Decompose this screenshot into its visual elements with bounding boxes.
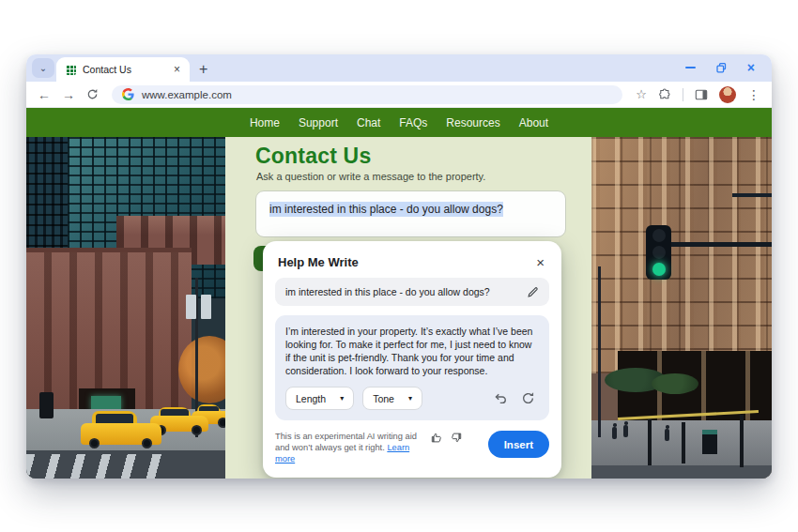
right-street-photo: [591, 137, 772, 479]
tab-title: Contact Us: [83, 64, 165, 75]
street-pole: [648, 417, 652, 465]
dialog-header: Help Me Write ×: [275, 253, 549, 278]
window-controls: ×: [685, 61, 766, 82]
length-label: Length: [296, 393, 326, 404]
reload-icon: [86, 88, 99, 100]
pole-banner: [201, 295, 211, 319]
disclaimer-text: This is an experimental AI writing aid a…: [275, 431, 425, 464]
profile-avatar[interactable]: [719, 86, 736, 103]
red-lamp-off: [652, 229, 666, 242]
page-body: Contact Us Ask a question or write a mes…: [26, 137, 772, 479]
regenerate-icon[interactable]: [521, 391, 535, 405]
nav-item-support[interactable]: Support: [299, 116, 338, 129]
nav-item-faqs[interactable]: FAQs: [399, 116, 427, 129]
nav-item-home[interactable]: Home: [250, 116, 280, 129]
nav-item-resources[interactable]: Resources: [446, 116, 499, 129]
tone-label: Tone: [373, 393, 394, 404]
feedback-group: [431, 432, 462, 444]
new-tab-button[interactable]: +: [199, 62, 207, 77]
length-dropdown[interactable]: Length ▾: [285, 387, 354, 410]
thumbs-down-icon[interactable]: [450, 432, 462, 444]
dialog-close-icon[interactable]: ×: [534, 255, 546, 269]
chevron-down-icon: ⌄: [39, 63, 47, 73]
pedestrian: [612, 427, 617, 439]
minimize-button[interactable]: [685, 67, 696, 68]
chevron-down-icon: ▾: [340, 394, 344, 403]
page-title: Contact Us: [255, 144, 371, 169]
address-bar[interactable]: www.example.com: [112, 85, 622, 104]
thumbs-up-icon[interactable]: [431, 432, 443, 444]
tab-strip: ⌄ Contact Us × + ×: [26, 54, 772, 82]
message-textarea[interactable]: im interested in this place - do you all…: [255, 190, 566, 237]
toolbar-divider: [683, 88, 683, 101]
generated-text: I’m interested in your property. It’s ex…: [285, 325, 539, 377]
reload-button[interactable]: [86, 88, 99, 100]
selected-message-text: im interested in this place - do you all…: [269, 202, 503, 217]
insert-button[interactable]: Insert: [488, 431, 549, 458]
edit-pencil-icon[interactable]: [527, 286, 539, 298]
close-button[interactable]: ×: [747, 61, 755, 74]
prompt-pill[interactable]: im interested in this place - do you all…: [275, 278, 549, 306]
pole-banner: [186, 295, 196, 319]
street-pole: [740, 415, 744, 467]
traffic-light: [646, 225, 671, 280]
help-me-write-dialog: Help Me Write × im interested in this pl…: [263, 241, 561, 478]
green-lamp-on: [652, 263, 666, 276]
controls-row: Length ▾ Tone ▾: [285, 387, 539, 410]
tab-search-button[interactable]: ⌄: [32, 58, 54, 78]
yellow-lamp-off: [652, 246, 666, 259]
tone-dropdown[interactable]: Tone ▾: [362, 387, 422, 410]
tab-close-icon[interactable]: ×: [172, 63, 182, 76]
tab-contact-us[interactable]: Contact Us ×: [56, 57, 190, 82]
newspaper-box: [702, 430, 717, 454]
street-pole: [682, 422, 685, 464]
browser-toolbar: ← → www.example.com ☆: [26, 82, 772, 108]
pedestrian: [623, 425, 628, 437]
road: [591, 465, 772, 479]
undo-redo-group: [494, 391, 539, 405]
street-pole: [598, 266, 601, 437]
forward-button[interactable]: →: [62, 88, 75, 101]
generated-text-block: I’m interested in your property. It’s ex…: [275, 315, 549, 420]
site-navbar: Home Support Chat FAQs Resources About: [26, 108, 772, 137]
toolbar-right: ☆ ⋮: [636, 86, 760, 103]
street-tree: [652, 373, 698, 394]
back-button[interactable]: ←: [38, 88, 51, 101]
nav-item-chat[interactable]: Chat: [357, 116, 380, 129]
undo-icon[interactable]: [494, 391, 508, 405]
restore-button[interactable]: [716, 63, 727, 73]
prompt-text: im interested in this place - do you all…: [285, 286, 519, 297]
pedestrian: [665, 429, 669, 441]
chevron-down-icon: ▾: [408, 394, 412, 403]
restore-icon: [716, 63, 727, 73]
site-favicon-icon: [66, 65, 76, 75]
side-panel-icon[interactable]: [695, 88, 708, 101]
extensions-icon[interactable]: [658, 88, 671, 101]
left-street-photo: [26, 137, 225, 479]
page-subtitle: Ask a question or write a message to the…: [256, 171, 485, 182]
road: [26, 450, 225, 479]
dialog-title: Help Me Write: [278, 255, 359, 269]
url-text: www.example.com: [142, 89, 232, 100]
nav-item-about[interactable]: About: [519, 116, 548, 129]
trash-bin: [39, 392, 54, 418]
bookmark-star-icon[interactable]: ☆: [636, 88, 647, 100]
browser-window: ⌄ Contact Us × + × ← →: [26, 54, 772, 479]
traffic-light-arm: [657, 242, 772, 247]
crosswalk: [26, 454, 167, 479]
google-logo-icon: [122, 88, 134, 100]
kebab-menu-icon[interactable]: ⋮: [747, 88, 760, 101]
streetlight-arm: [732, 193, 772, 197]
taxi: [81, 409, 161, 447]
dialog-footer: This is an experimental AI writing aid a…: [275, 431, 549, 464]
bronze-glass-facade: [591, 137, 772, 373]
